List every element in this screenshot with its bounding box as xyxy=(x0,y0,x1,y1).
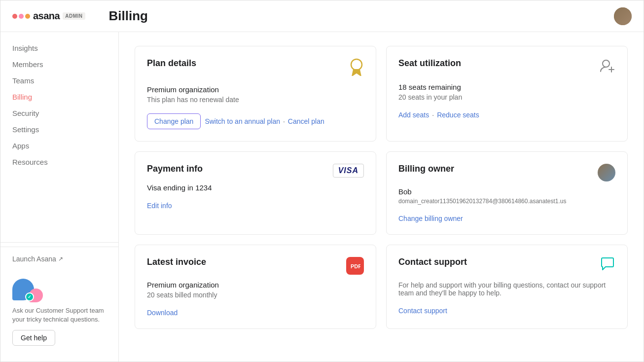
invoice-actions: Download xyxy=(147,309,364,317)
sidebar-item-settings[interactable]: Settings xyxy=(0,121,118,138)
card-desc: Visa ending in 1234 xyxy=(147,183,364,192)
contact-support-card: Contact support For help and support wit… xyxy=(386,245,628,329)
sidebar: Insights Members Teams Billing Security … xyxy=(0,32,119,362)
seat-utilization-card: Seat utilization 18 seats remaining 20 s… xyxy=(386,46,628,142)
external-link-icon: ↗ xyxy=(58,255,63,262)
launch-asana-link[interactable]: Launch Asana ↗ xyxy=(12,255,107,263)
sidebar-item-members[interactable]: Members xyxy=(0,56,118,72)
sidebar-nav: Insights Members Teams Billing Security … xyxy=(0,40,118,238)
plan-details-header: Plan details xyxy=(147,58,364,79)
download-link[interactable]: Download xyxy=(147,309,178,317)
svg-text:PDF: PDF xyxy=(351,263,360,269)
svg-point-1 xyxy=(603,60,609,67)
cancel-plan-link[interactable]: Cancel plan xyxy=(288,117,324,125)
payment-actions: Edit info xyxy=(147,202,364,210)
billing-owner-actions: Change billing owner xyxy=(398,215,615,222)
owner-name: Bob xyxy=(398,187,615,196)
asana-logo: asana ADMIN xyxy=(12,10,85,22)
dot-orange xyxy=(25,14,30,19)
reduce-seats-link[interactable]: Reduce seats xyxy=(437,111,479,119)
visa-logo: VISA xyxy=(333,164,364,178)
header: asana ADMIN Billing xyxy=(0,0,644,32)
billing-owner-avatar xyxy=(598,164,615,181)
sidebar-bottom: Launch Asana ↗ xyxy=(0,247,118,271)
add-seats-link[interactable]: Add seats xyxy=(398,111,429,119)
ribbon-icon xyxy=(349,58,364,79)
sidebar-item-insights[interactable]: Insights xyxy=(0,40,118,56)
sidebar-item-billing[interactable]: Billing xyxy=(0,89,118,105)
payment-info-title: Payment info xyxy=(147,164,203,174)
latest-invoice-header: Latest invoice PDF xyxy=(147,257,364,275)
sidebar-item-resources[interactable]: Resources xyxy=(0,154,118,170)
plan-actions: Change plan Switch to an annual plan · C… xyxy=(147,113,364,129)
seat-utilization-header: Seat utilization xyxy=(398,58,615,77)
avatar-image xyxy=(614,7,632,25)
svg-point-0 xyxy=(351,59,362,70)
seat-utilization-title: Seat utilization xyxy=(398,58,461,69)
contact-support-header: Contact support xyxy=(398,257,615,275)
separator-2: · xyxy=(432,111,434,119)
admin-badge: ADMIN xyxy=(63,12,85,20)
change-plan-button[interactable]: Change plan xyxy=(147,113,201,129)
plan-renewal-text: This plan has no renewal date xyxy=(147,96,364,104)
support-box: Ask our Customer Support team your trick… xyxy=(0,271,118,354)
billing-owner-card: Billing owner Bob domain_creator11350196… xyxy=(386,151,628,235)
header-left: asana ADMIN Billing xyxy=(12,8,148,24)
latest-invoice-title: Latest invoice xyxy=(147,257,206,267)
sidebar-item-security[interactable]: Security xyxy=(0,105,118,121)
user-avatar[interactable] xyxy=(614,7,632,25)
nav-divider xyxy=(0,242,118,243)
contact-support-actions: Contact support xyxy=(398,307,615,315)
page-title: Billing xyxy=(109,8,148,24)
dot-pink xyxy=(19,14,24,19)
contact-support-link[interactable]: Contact support xyxy=(398,307,447,315)
seat-actions: Add seats · Reduce seats xyxy=(398,111,615,119)
plan-seats: 20 seats in your plan xyxy=(398,93,615,101)
plan-details-title: Plan details xyxy=(147,58,196,69)
change-billing-owner-link[interactable]: Change billing owner xyxy=(398,215,463,222)
sidebar-item-teams[interactable]: Teams xyxy=(0,72,118,89)
plan-org-type: Premium organization xyxy=(147,85,364,94)
asana-wordmark: asana xyxy=(33,10,60,22)
launch-asana-label: Launch Asana xyxy=(12,255,56,263)
person-add-icon xyxy=(600,58,615,77)
get-help-button[interactable]: Get help xyxy=(12,330,55,346)
contact-support-title: Contact support xyxy=(398,257,467,267)
dot-red xyxy=(12,14,17,19)
chat-bubble-icon xyxy=(600,257,615,275)
seat-remaining: 18 seats remaining xyxy=(398,83,615,91)
owner-email: domain_creator113501962013278​4@38061486… xyxy=(398,198,615,205)
billing-owner-header: Billing owner xyxy=(398,164,615,181)
asana-dots xyxy=(12,14,30,19)
pdf-icon: PDF xyxy=(346,257,364,275)
payment-info-card: Payment info VISA Visa ending in 1234 Ed… xyxy=(135,151,376,235)
latest-invoice-card: Latest invoice PDF Premium organization … xyxy=(135,245,376,329)
edit-info-link[interactable]: Edit info xyxy=(147,202,172,210)
support-text: Ask our Customer Support team your trick… xyxy=(12,306,107,324)
support-icons xyxy=(12,279,107,300)
invoice-org-type: Premium organization xyxy=(147,281,364,289)
switch-annual-link[interactable]: Switch to an annual plan xyxy=(205,117,280,125)
contact-support-desc: For help and support with your billing q… xyxy=(398,281,615,297)
separator-1: · xyxy=(283,117,285,125)
check-badge xyxy=(25,292,34,301)
invoice-billed-desc: 20 seats billed monthly xyxy=(147,291,364,299)
main-layout: Insights Members Teams Billing Security … xyxy=(0,32,644,362)
sidebar-item-apps[interactable]: Apps xyxy=(0,138,118,154)
payment-info-header: Payment info VISA xyxy=(147,164,364,178)
main-content: Plan details Premium organization This p… xyxy=(119,32,644,362)
billing-owner-title: Billing owner xyxy=(398,164,454,174)
cards-grid: Plan details Premium organization This p… xyxy=(135,46,628,329)
plan-details-card: Plan details Premium organization This p… xyxy=(135,46,376,142)
